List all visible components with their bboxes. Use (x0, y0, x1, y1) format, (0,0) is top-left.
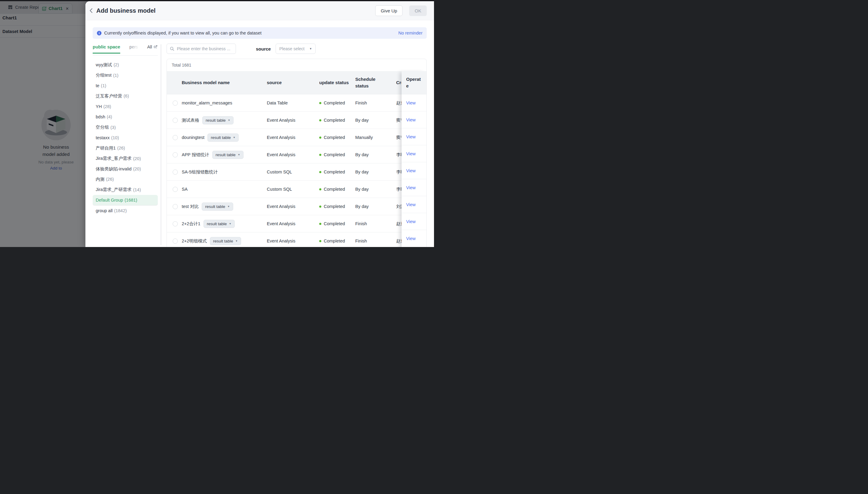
group-count: (1681) (125, 198, 137, 203)
operate-cell: View (402, 230, 426, 247)
schedule-status: By day (355, 170, 396, 174)
view-link[interactable]: View (406, 168, 415, 173)
result-table-dropdown[interactable]: result table ▼ (202, 203, 233, 211)
source-select[interactable]: Please select ▼ (276, 43, 316, 54)
update-status: Completed (319, 100, 355, 105)
group-name: Jira需求_客户需求 (96, 156, 131, 162)
table-row[interactable]: 2+2合计1 result table ▼ Event Analysis (167, 215, 426, 232)
group-name: 空分组 (96, 125, 109, 130)
model-source: Event Analysis (267, 204, 319, 209)
group-item[interactable]: testaxx (10) (93, 133, 158, 143)
result-table-dropdown[interactable]: result table ▼ (210, 237, 241, 245)
group-count: (1) (113, 73, 118, 78)
group-item[interactable]: YH (28) (93, 101, 158, 112)
view-link[interactable]: View (406, 219, 415, 224)
schedule-status: By day (355, 118, 396, 122)
group-item[interactable]: Jira需求_客户需求 (20) (93, 153, 158, 164)
group-count: (1) (101, 83, 106, 88)
col-operate: Operate (402, 71, 426, 94)
ok-button[interactable]: OK (409, 5, 427, 16)
search-input[interactable] (176, 46, 233, 52)
row-radio[interactable] (173, 221, 178, 226)
row-radio[interactable] (173, 170, 178, 175)
col-schedule-status: Schedule status (355, 76, 396, 89)
filter-bar: source Please select ▼ (167, 43, 427, 54)
row-radio[interactable] (173, 204, 178, 209)
update-status: Completed (319, 204, 355, 209)
row-radio[interactable] (173, 239, 178, 244)
group-name: YH (96, 104, 102, 109)
info-icon: i (97, 31, 101, 35)
update-status: Completed (319, 170, 355, 174)
group-item[interactable]: Default Group (1681) (93, 195, 158, 205)
row-radio[interactable] (173, 118, 178, 123)
table-row[interactable]: douningtest result table ▼ Event Analysi… (167, 129, 426, 146)
chevron-down-icon: ▼ (229, 222, 232, 225)
result-table-dropdown[interactable]: result table ▼ (207, 133, 239, 142)
no-reminder-link[interactable]: No reminder (398, 31, 423, 35)
view-link[interactable]: View (406, 151, 415, 156)
schedule-status: Finish (355, 239, 396, 243)
group-count: (28) (103, 104, 111, 109)
row-radio[interactable] (173, 187, 178, 192)
row-radio[interactable] (173, 135, 178, 140)
group-item[interactable]: wyy测试 (2) (93, 60, 158, 70)
result-table-dropdown[interactable]: result table ▼ (202, 116, 234, 125)
group-name: group all (96, 208, 113, 213)
operate-cell: View (402, 111, 426, 128)
table-row[interactable]: SA ▼ Custom SQL (167, 180, 426, 198)
sidebar-scrollbar[interactable] (161, 44, 162, 245)
group-item[interactable]: 产研自用1 (26) (93, 143, 158, 153)
model-source: Event Analysis (267, 152, 319, 157)
table-row[interactable]: APP 报错统计 result table ▼ Event Analysis (167, 146, 426, 163)
group-item[interactable]: bdsh (4) (93, 112, 158, 122)
table-row[interactable]: SA-5组报错数统计 ▼ Custom SQL (167, 163, 426, 180)
group-item[interactable]: Jira需求_产研需求 (14) (93, 185, 158, 195)
view-link[interactable]: View (406, 134, 415, 139)
view-link[interactable]: View (406, 236, 415, 241)
group-name: bdsh (96, 114, 105, 119)
status-dot (319, 223, 321, 225)
group-count: (6) (124, 94, 129, 98)
status-dot (319, 206, 321, 208)
view-link[interactable]: View (406, 202, 415, 207)
row-radio[interactable] (173, 152, 178, 157)
model-list-panel: source Please select ▼ Total 1681 Busine… (167, 43, 427, 247)
group-item[interactable]: 体验类缺陷-invalid (20) (93, 164, 158, 174)
view-link[interactable]: View (406, 100, 415, 105)
group-count: (10) (111, 135, 119, 140)
model-source: Event Analysis (267, 118, 319, 122)
update-status: Completed (319, 118, 355, 122)
result-table-dropdown[interactable]: result table ▼ (212, 151, 243, 159)
group-item[interactable]: 内测 (26) (93, 174, 158, 184)
table-row[interactable]: 测试表格 result table ▼ Event Analysis (167, 111, 426, 129)
group-item[interactable]: group all (1842) (93, 205, 158, 215)
group-count: (26) (117, 146, 125, 150)
tab-all[interactable]: All (146, 44, 158, 49)
back-chevron-icon[interactable] (89, 8, 93, 13)
table-row[interactable]: test 对比 result table ▼ Event Analysis (167, 198, 426, 215)
table-row[interactable]: 2+2明细模式 result table ▼ Event Analysis (167, 232, 426, 247)
modal-body: i Currently onlyofflineis displayed, if … (86, 20, 434, 247)
view-link[interactable]: View (406, 117, 415, 122)
table-row[interactable]: monitor_alarm_messages ▼ Data Table (167, 94, 426, 111)
result-table-dropdown[interactable]: result table ▼ (204, 220, 235, 228)
group-name: te (96, 83, 99, 88)
search-icon (170, 46, 174, 51)
give-up-button[interactable]: Give Up (375, 5, 403, 16)
update-status: Completed (319, 221, 355, 226)
model-source: Custom SQL (267, 187, 319, 192)
group-name: Default Group (96, 198, 123, 203)
group-item[interactable]: te (1) (93, 80, 158, 91)
group-item[interactable]: 空分组 (3) (93, 122, 158, 132)
view-link[interactable]: View (406, 185, 415, 190)
update-status: Completed (319, 152, 355, 157)
group-name: 泛互客户经营 (96, 93, 122, 99)
row-radio[interactable] (173, 100, 178, 106)
group-item[interactable]: 泛互客户经营 (6) (93, 91, 158, 101)
search-box[interactable] (167, 43, 236, 54)
group-item[interactable]: 分组test (1) (93, 70, 158, 80)
group-sidebar: public space pers All wyy测 (93, 43, 158, 247)
tab-public-space[interactable]: public space (93, 44, 120, 54)
model-source: Event Analysis (267, 239, 319, 243)
